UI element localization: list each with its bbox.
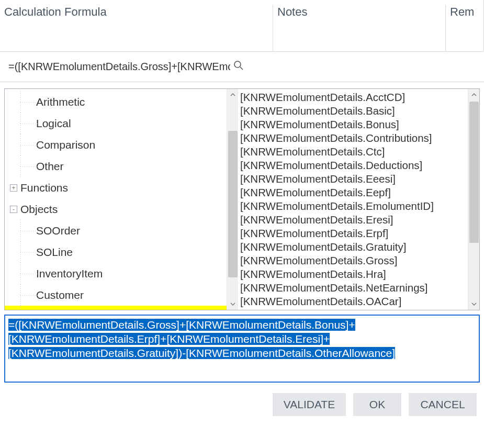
tree-item[interactable]: SOLine — [5, 241, 227, 263]
tree-item-label: Comparison — [36, 139, 95, 151]
scroll-thumb[interactable] — [469, 102, 479, 243]
column-header-notes[interactable]: Notes — [273, 5, 446, 51]
field-item[interactable]: [KNRWEmolumentDetails.OACar] — [240, 295, 468, 309]
field-item[interactable]: [KNRWEmolumentDetails.Basic] — [240, 105, 468, 118]
formula-search-input[interactable] — [7, 60, 231, 73]
cancel-button[interactable]: CANCEL — [409, 393, 477, 416]
collapse-icon[interactable]: - — [10, 206, 17, 213]
field-item[interactable]: [KNRWEmolumentDetails.Gratuity] — [240, 241, 468, 254]
field-item[interactable]: [KNRWEmolumentDetails.Contributions] — [240, 132, 468, 145]
tree-item-label: Functions — [20, 182, 68, 194]
picker-panels: ArithmeticLogicalComparisonOther+Functio… — [4, 88, 480, 310]
field-list-scrollbar[interactable] — [468, 89, 479, 310]
field-item[interactable]: [KNRWEmolumentDetails.Eresi] — [240, 214, 468, 227]
object-tree[interactable]: ArithmeticLogicalComparisonOther+Functio… — [5, 89, 227, 310]
scroll-thumb[interactable] — [228, 131, 238, 277]
tree-item-label: Customer — [36, 289, 84, 301]
tree-item-label: SOOrder — [36, 225, 80, 237]
search-icon[interactable] — [233, 60, 244, 73]
tree-item-label: Objects — [20, 203, 58, 216]
field-item[interactable]: [KNRWEmolumentDetails.NetEarnings] — [240, 282, 468, 295]
tree-group[interactable]: +Functions — [5, 177, 227, 198]
tree-item-label: Arithmetic — [36, 96, 85, 108]
tree-item-label: Logical — [36, 117, 71, 130]
field-item[interactable]: [KNRWEmolumentDetails.AcctCD] — [240, 91, 468, 105]
field-item[interactable]: [KNRWEmolumentDetails.Bonus] — [240, 118, 468, 132]
field-item[interactable]: [KNRWEmolumentDetails.Erpf] — [240, 227, 468, 241]
formula-editor[interactable]: =([KNRWEmolumentDetails.Gross]+[KNRWEmol… — [4, 315, 480, 383]
tree-item[interactable]: SOOrder — [5, 220, 227, 241]
svg-point-0 — [234, 61, 241, 68]
field-item[interactable]: [KNRWEmolumentDetails.Eeesi] — [240, 173, 468, 186]
field-item[interactable]: [KNRWEmolumentDetails.Deductions] — [240, 159, 468, 173]
dialog-button-row: VALIDATE OK CANCEL — [4, 393, 480, 416]
field-item[interactable]: [KNRWEmolumentDetails.Ctc] — [240, 145, 468, 159]
tree-item[interactable]: KNRWEmolumentDetails — [5, 306, 227, 310]
tree-item[interactable]: InventoryItem — [5, 263, 227, 284]
tree-item[interactable]: Other — [5, 155, 227, 177]
field-item[interactable]: [KNRWEmolumentDetails.Gross] — [240, 254, 468, 268]
field-list[interactable]: [KNRWEmolumentDetails.AcctCD][KNRWEmolum… — [238, 89, 468, 309]
tree-item[interactable]: Comparison — [5, 134, 227, 155]
tree-item[interactable]: Arithmetic — [5, 91, 227, 113]
tree-panel: ArithmeticLogicalComparisonOther+Functio… — [5, 89, 238, 310]
scroll-down-icon[interactable] — [227, 298, 238, 310]
column-header-formula[interactable]: Calculation Formula — [0, 5, 273, 51]
tree-item-label: Other — [36, 160, 64, 173]
expand-icon[interactable]: + — [10, 184, 17, 192]
tree-item-label: InventoryItem — [36, 267, 103, 280]
tree-group[interactable]: -Objects — [5, 198, 227, 220]
validate-button[interactable]: VALIDATE — [273, 393, 346, 416]
column-header-row: Calculation Formula Notes Rem — [0, 0, 484, 52]
field-list-panel: [KNRWEmolumentDetails.AcctCD][KNRWEmolum… — [238, 89, 479, 310]
svg-line-1 — [240, 67, 243, 70]
tree-scrollbar[interactable] — [227, 89, 238, 310]
scroll-up-icon[interactable] — [227, 89, 238, 100]
tree-item[interactable]: Customer — [5, 284, 227, 306]
tree-item[interactable]: Logical — [5, 113, 227, 134]
ok-button[interactable]: OK — [353, 393, 401, 416]
formula-selected-text[interactable]: =([KNRWEmolumentDetails.Gross]+[KNRWEmol… — [8, 319, 395, 359]
formula-search-row — [0, 52, 484, 82]
scroll-up-icon[interactable] — [468, 89, 479, 100]
field-item[interactable]: [KNRWEmolumentDetails.Eepf] — [240, 186, 468, 200]
tree-item-label: SOLine — [36, 246, 73, 259]
scroll-down-icon[interactable] — [468, 298, 479, 310]
field-item[interactable]: [KNRWEmolumentDetails.Hra] — [240, 268, 468, 282]
column-header-rem[interactable]: Rem — [446, 5, 484, 51]
field-item[interactable]: [KNRWEmolumentDetails.EmolumentID] — [240, 200, 468, 214]
